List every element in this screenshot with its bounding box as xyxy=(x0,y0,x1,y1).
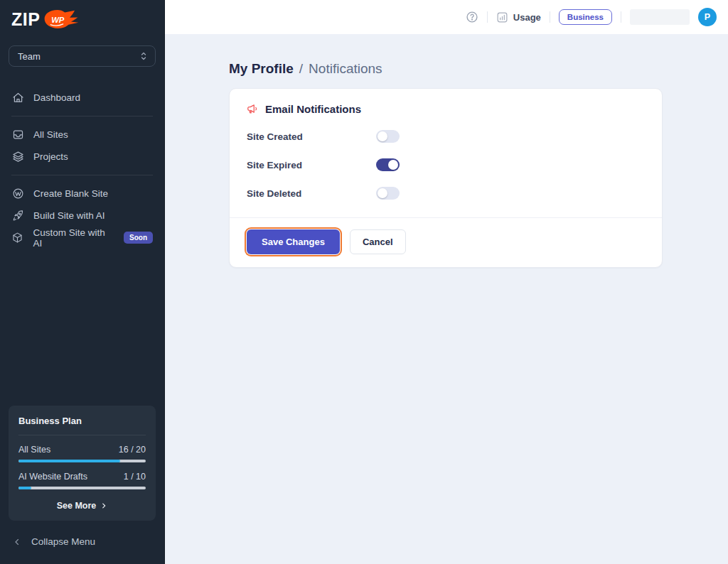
sidebar-spacer xyxy=(0,249,164,406)
plan-badge[interactable]: Business xyxy=(559,9,612,25)
toggle-row-site-deleted: Site Deleted xyxy=(230,179,662,207)
app-logo[interactable]: ZIP WP xyxy=(0,0,164,30)
progress-bar xyxy=(18,460,146,462)
chevron-left-icon xyxy=(13,538,21,546)
topbar-divider xyxy=(621,11,621,23)
sidebar-item-create-blank-site[interactable]: Create Blank Site xyxy=(0,183,164,205)
email-notifications-card: Email Notifications Site Created Site Ex… xyxy=(229,88,663,268)
plan-metric-all-sites: All Sites 16 / 20 xyxy=(18,445,146,462)
metric-label: AI Website Drafts xyxy=(18,472,87,482)
main-area: Usage Business P My Profile / Notificati… xyxy=(165,0,728,564)
plan-title: Business Plan xyxy=(18,416,146,435)
card-footer: Save Changes Cancel xyxy=(230,217,662,267)
plan-metric-ai-drafts: AI Website Drafts 1 / 10 xyxy=(18,472,146,489)
sidebar-item-dashboard[interactable]: Dashboard xyxy=(0,87,164,109)
breadcrumb-section[interactable]: My Profile xyxy=(229,61,294,77)
collapse-menu-label: Collapse Menu xyxy=(31,536,95,547)
user-name-redacted xyxy=(630,9,690,25)
sidebar-item-projects[interactable]: Projects xyxy=(0,146,164,168)
svg-text:WP: WP xyxy=(52,16,65,24)
collapse-menu-button[interactable]: Collapse Menu xyxy=(0,529,164,564)
help-button[interactable] xyxy=(466,11,478,23)
usage-label: Usage xyxy=(513,12,541,23)
topbar-divider xyxy=(550,11,550,23)
team-selector-value: Team xyxy=(18,51,41,62)
breadcrumb: My Profile / Notifications xyxy=(229,61,728,77)
sidebar-item-label: Projects xyxy=(33,151,68,162)
toggle-label: Site Deleted xyxy=(247,188,376,199)
progress-bar xyxy=(18,487,146,489)
see-more-label: See More xyxy=(57,501,97,511)
logo-zip-text: ZIP xyxy=(11,9,40,29)
topbar-divider xyxy=(487,11,488,23)
metric-value: 1 / 10 xyxy=(124,472,146,482)
sidebar-item-label: Build Site with AI xyxy=(33,210,105,221)
rocket-icon xyxy=(11,210,24,222)
toggle-knob xyxy=(378,131,387,141)
toggle-knob xyxy=(378,188,387,198)
toggle-row-site-expired: Site Expired xyxy=(230,151,662,179)
cube-icon xyxy=(11,232,24,244)
metric-label: All Sites xyxy=(18,445,50,455)
sidebar-divider xyxy=(11,116,153,116)
cancel-button[interactable]: Cancel xyxy=(350,229,406,254)
avatar[interactable]: P xyxy=(698,8,717,26)
sidebar-item-all-sites[interactable]: All Sites xyxy=(0,124,164,146)
sidebar-nav: Dashboard All Sites Projects Create Blan… xyxy=(0,87,164,249)
card-header: Email Notifications xyxy=(230,89,662,122)
toggle-label: Site Expired xyxy=(247,160,376,170)
sidebar-item-label: Create Blank Site xyxy=(33,188,108,199)
site-deleted-toggle[interactable] xyxy=(376,187,400,200)
toggle-label: Site Created xyxy=(247,131,376,142)
soon-badge: Soon xyxy=(124,232,153,244)
team-selector[interactable]: Team xyxy=(9,45,156,67)
breadcrumb-page: Notifications xyxy=(309,61,382,77)
breadcrumb-separator: / xyxy=(299,61,303,77)
save-changes-button[interactable]: Save Changes xyxy=(247,229,340,254)
layers-icon xyxy=(11,151,24,163)
metric-value: 16 / 20 xyxy=(119,445,146,455)
usage-button[interactable]: Usage xyxy=(496,11,541,23)
toggle-row-site-created: Site Created xyxy=(230,122,662,151)
question-circle-icon xyxy=(466,11,478,23)
sidebar-divider xyxy=(11,175,153,175)
toggle-knob xyxy=(388,160,398,170)
wordpress-icon xyxy=(11,188,24,200)
sidebar-item-build-site-with-ai[interactable]: Build Site with AI xyxy=(0,205,164,227)
logo-flame-icon: WP xyxy=(43,9,80,30)
bar-chart-icon xyxy=(496,11,508,23)
sidebar: ZIP WP Team Dashboard All Sites xyxy=(0,0,165,564)
site-created-toggle[interactable] xyxy=(376,130,400,143)
page-content: My Profile / Notifications Email Notific… xyxy=(165,34,728,564)
sidebar-item-label: Custom Site with AI xyxy=(33,227,114,249)
megaphone-icon xyxy=(247,103,259,115)
site-expired-toggle[interactable] xyxy=(376,158,400,171)
sidebar-item-label: All Sites xyxy=(33,129,68,140)
topbar: Usage Business P xyxy=(165,0,728,34)
home-icon xyxy=(11,92,24,104)
card-title: Email Notifications xyxy=(265,103,361,115)
plan-usage-card: Business Plan All Sites 16 / 20 AI Websi… xyxy=(9,406,156,521)
sidebar-item-label: Dashboard xyxy=(33,92,80,103)
sidebar-item-custom-site-with-ai[interactable]: Custom Site with AI Soon xyxy=(0,227,164,249)
chevron-right-icon xyxy=(100,502,107,509)
sites-icon xyxy=(11,129,24,141)
see-more-button[interactable]: See More xyxy=(18,501,146,512)
unfold-chevrons-icon xyxy=(139,51,148,61)
